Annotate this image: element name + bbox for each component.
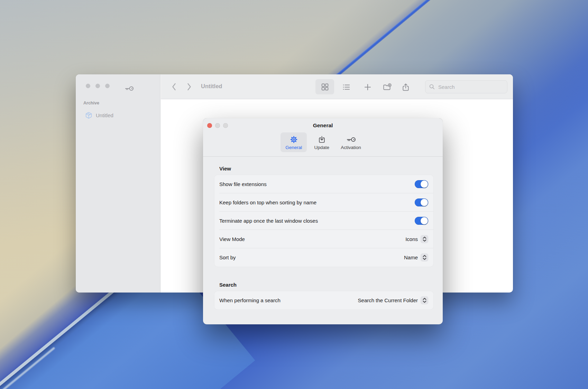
settings-row: View ModeIcons bbox=[214, 230, 433, 248]
setting-label: When performing a search bbox=[219, 297, 358, 303]
setting-label: Keep folders on top when sorting by name bbox=[219, 200, 415, 205]
select-value-view-mode: Icons bbox=[405, 236, 418, 242]
select-stepper-view-mode[interactable] bbox=[421, 235, 428, 243]
sidebar-item-untitled[interactable]: Untitled bbox=[85, 110, 156, 120]
settings-row: Sort byName bbox=[214, 248, 433, 267]
settings-window: General bbox=[203, 118, 443, 324]
toggle-keep-folders-on-top-when-sorting-by-name[interactable] bbox=[415, 198, 428, 206]
grid-view-icon bbox=[321, 83, 329, 91]
tab-activation-label: Activation bbox=[341, 145, 361, 150]
shippingbox-icon bbox=[85, 111, 93, 119]
settings-title: General bbox=[203, 122, 443, 129]
settings-row: Keep folders on top when sorting by name bbox=[214, 193, 433, 212]
settings-card-search: When performing a searchSearch the Curre… bbox=[214, 291, 433, 309]
tab-activation[interactable]: Activation bbox=[337, 132, 365, 152]
settings-titlebar: General bbox=[203, 118, 443, 157]
toggle-show-file-extensions[interactable] bbox=[415, 180, 428, 188]
desktop: Archive Untitled Untitled bbox=[0, 0, 588, 389]
key-icon bbox=[346, 135, 356, 144]
window-title: Untitled bbox=[201, 83, 222, 90]
setting-label: Terminate app once the last window close… bbox=[219, 218, 415, 224]
minimize-button[interactable] bbox=[95, 84, 100, 88]
select-value-when-performing-a-search: Search the Current Folder bbox=[358, 297, 418, 303]
add-icon[interactable] bbox=[363, 83, 372, 92]
search-input[interactable] bbox=[438, 84, 496, 90]
forward-chevron[interactable] bbox=[186, 82, 193, 91]
select-stepper-sort-by[interactable] bbox=[421, 253, 428, 261]
grid-view-button[interactable] bbox=[315, 79, 334, 94]
toggle-knob bbox=[421, 217, 428, 224]
select-value-sort-by: Name bbox=[404, 254, 418, 260]
back-chevron[interactable] bbox=[171, 82, 177, 91]
sidebar-section-label: Archive bbox=[83, 101, 99, 105]
tab-general[interactable]: General bbox=[281, 132, 307, 152]
toggle-terminate-app-once-the-last-window-closes[interactable] bbox=[415, 217, 428, 225]
sidebar: Archive Untitled bbox=[76, 74, 160, 293]
section-heading-search: Search bbox=[219, 282, 433, 288]
toolbar-search-field[interactable] bbox=[425, 80, 507, 93]
setting-label: Sort by bbox=[219, 254, 404, 260]
tab-update-label: Update bbox=[314, 145, 329, 150]
settings-row: When performing a searchSearch the Curre… bbox=[214, 291, 433, 309]
toolbar: Untitled bbox=[161, 74, 513, 99]
share-icon[interactable] bbox=[401, 83, 410, 92]
settings-sections: ViewShow file extensionsKeep folders on … bbox=[203, 157, 443, 309]
close-button[interactable] bbox=[86, 84, 90, 88]
settings-row: Show file extensions bbox=[214, 175, 433, 193]
tab-general-label: General bbox=[285, 145, 302, 150]
new-folder-icon[interactable] bbox=[382, 83, 392, 92]
setting-label: Show file extensions bbox=[219, 181, 415, 187]
list-view-icon[interactable] bbox=[342, 83, 351, 92]
settings-tab-bar: General Update bbox=[203, 132, 443, 152]
zoom-button[interactable] bbox=[105, 84, 110, 88]
section-heading-view: View bbox=[219, 166, 433, 172]
select-stepper-when-performing-a-search[interactable] bbox=[421, 296, 428, 304]
gear-icon bbox=[290, 135, 298, 144]
sidebar-item-label: Untitled bbox=[96, 112, 113, 118]
settings-row: Terminate app once the last window close… bbox=[214, 212, 433, 230]
search-icon bbox=[429, 84, 435, 90]
key-icon[interactable] bbox=[124, 81, 134, 93]
toggle-knob bbox=[421, 180, 428, 188]
toggle-knob bbox=[421, 199, 428, 206]
tab-update[interactable]: Update bbox=[309, 132, 335, 152]
setting-label: View Mode bbox=[219, 236, 405, 242]
settings-card-view: Show file extensionsKeep folders on top … bbox=[214, 175, 433, 267]
download-icon bbox=[318, 135, 326, 144]
